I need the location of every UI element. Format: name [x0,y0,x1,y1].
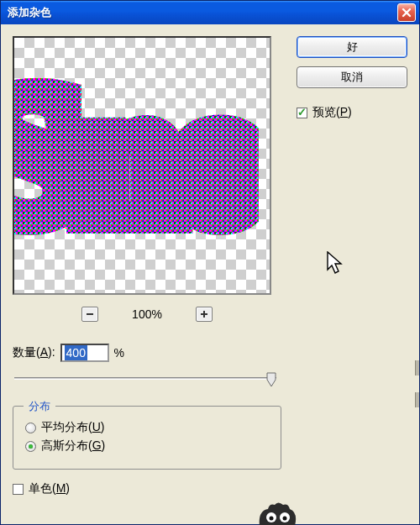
zoom-percent-label: 100% [132,307,162,321]
edge-decoration [415,360,419,424]
svg-point-6 [283,517,287,521]
distribution-legend: 分布 [24,399,55,414]
preview-content: Sno [13,36,233,285]
svg-rect-2 [203,311,205,318]
monochrome-label: 单色(M) [29,481,70,496]
svg-point-5 [270,517,274,521]
ok-button[interactable]: 好 [297,36,407,58]
preview-area[interactable]: Sno [13,36,271,295]
minus-icon [86,310,94,318]
mascot-icon [253,501,300,525]
preview-checkbox[interactable] [297,108,307,118]
zoom-in-button[interactable] [196,307,213,322]
slider-thumb[interactable] [265,372,277,387]
amount-input[interactable]: 400 [60,344,109,362]
amount-unit: % [114,346,124,360]
svg-rect-0 [87,313,93,315]
amount-label: 数量(A): [13,345,55,360]
preview-checkbox-label: 预览(P) [312,105,352,120]
close-icon [402,8,412,18]
radio-gaussian-label: 高斯分布(G) [41,438,105,454]
cancel-button[interactable]: 取消 [297,66,407,88]
zoom-out-button[interactable] [81,307,98,322]
radio-uniform[interactable] [25,423,36,433]
radio-uniform-label: 平均分布(U) [41,420,104,435]
plus-icon [200,310,208,318]
radio-gaussian[interactable] [25,441,36,452]
amount-slider[interactable] [14,372,276,387]
close-button[interactable] [397,3,416,22]
titlebar: 添加杂色 [1,1,419,24]
window-title: 添加杂色 [8,5,397,20]
monochrome-checkbox[interactable] [13,484,24,495]
